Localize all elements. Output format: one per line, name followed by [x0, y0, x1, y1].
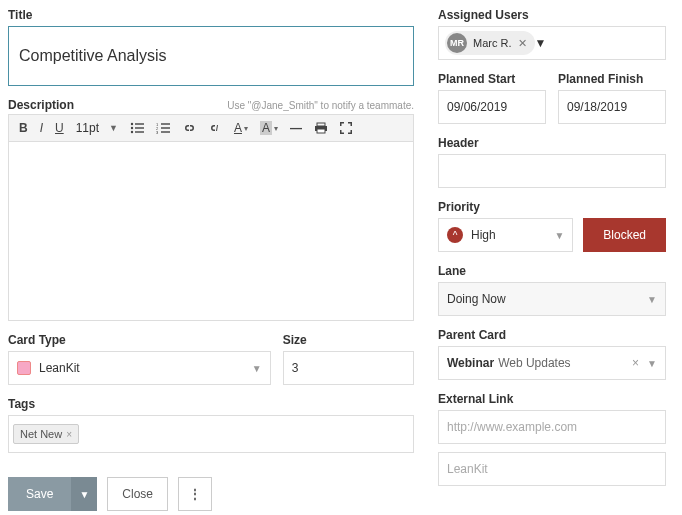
save-dropdown-button[interactable]: ▼ [71, 477, 97, 511]
planned-finish-input[interactable] [558, 90, 666, 124]
description-label: Description [8, 98, 74, 112]
svg-rect-5 [135, 131, 144, 132]
ordered-list-button[interactable]: 123 [152, 120, 174, 136]
chevron-down-icon: ▼ [535, 36, 547, 50]
tag-remove-icon[interactable]: × [66, 429, 72, 440]
lane-value: Doing Now [447, 292, 506, 306]
hr-button[interactable]: — [286, 119, 306, 137]
tag-text: Net New [20, 428, 62, 440]
text-color-button[interactable]: A▾ [230, 119, 252, 137]
priority-value: High [471, 228, 496, 242]
bold-button[interactable]: B [15, 119, 32, 137]
italic-button[interactable]: I [36, 119, 47, 137]
tag-chip[interactable]: Net New × [13, 424, 79, 444]
priority-select[interactable]: ^ High ▼ [438, 218, 573, 252]
underline-button[interactable]: U [51, 119, 68, 137]
assigned-users-select[interactable]: MR Marc R. ✕ ▼ [438, 26, 666, 60]
parent-card-clear-icon[interactable]: × [632, 356, 639, 370]
unlink-button[interactable] [204, 120, 226, 136]
external-link-url-input[interactable] [438, 410, 666, 444]
parent-card-label: Parent Card [438, 328, 666, 342]
svg-rect-14 [317, 129, 325, 133]
chevron-down-icon: ▼ [252, 363, 262, 374]
close-button[interactable]: Close [107, 477, 168, 511]
description-editor[interactable] [8, 141, 414, 321]
header-label: Header [438, 136, 666, 150]
avatar: MR [447, 33, 467, 53]
card-type-select[interactable]: LeanKit ▼ [8, 351, 271, 385]
chevron-down-icon: ▼ [647, 358, 657, 369]
svg-rect-9 [161, 127, 170, 128]
save-button-group: Save ▼ [8, 477, 97, 511]
link-button[interactable] [178, 120, 200, 136]
svg-point-4 [131, 131, 133, 133]
unordered-list-button[interactable] [126, 120, 148, 136]
svg-point-2 [131, 127, 133, 129]
assigned-users-label: Assigned Users [438, 8, 666, 22]
size-input[interactable] [283, 351, 414, 385]
header-input[interactable] [438, 154, 666, 188]
planned-start-input[interactable] [438, 90, 546, 124]
more-actions-button[interactable]: ⋮ [178, 477, 212, 511]
lane-label: Lane [438, 264, 666, 278]
title-label: Title [8, 8, 414, 22]
svg-rect-7 [161, 123, 170, 124]
svg-rect-1 [135, 123, 144, 124]
highlight-button[interactable]: A▾ [256, 119, 282, 137]
external-link-text-input[interactable] [438, 452, 666, 486]
parent-card-select[interactable]: WebinarWeb Updates × ▼ [438, 346, 666, 380]
description-hint: Use "@Jane_Smith" to notify a teammate. [227, 100, 414, 111]
svg-rect-11 [161, 131, 170, 132]
card-type-value: LeanKit [39, 361, 80, 375]
font-size-value: 11pt [76, 121, 99, 135]
tags-input[interactable]: Net New × [8, 415, 414, 453]
fullscreen-button[interactable] [336, 120, 356, 136]
external-link-label: External Link [438, 392, 666, 406]
card-type-swatch [17, 361, 31, 375]
font-size-select[interactable]: 11pt ▼ [72, 119, 122, 137]
parent-card-value: WebinarWeb Updates [447, 356, 571, 370]
parent-card-rest: Web Updates [498, 356, 571, 370]
planned-finish-label: Planned Finish [558, 72, 666, 86]
priority-high-icon: ^ [447, 227, 463, 243]
user-chip[interactable]: MR Marc R. ✕ [445, 31, 535, 55]
svg-rect-3 [135, 127, 144, 128]
title-input[interactable] [8, 26, 414, 86]
print-button[interactable] [310, 120, 332, 136]
svg-text:3: 3 [156, 130, 159, 134]
parent-card-bold: Webinar [447, 356, 494, 370]
chevron-down-icon: ▼ [109, 123, 118, 133]
user-name: Marc R. [473, 37, 512, 49]
priority-label: Priority [438, 200, 666, 214]
chevron-down-icon: ▼ [554, 230, 564, 241]
chevron-down-icon: ▼ [647, 294, 657, 305]
card-type-label: Card Type [8, 333, 271, 347]
lane-select[interactable]: Doing Now ▼ [438, 282, 666, 316]
save-button[interactable]: Save [8, 477, 71, 511]
blocked-button[interactable]: Blocked [583, 218, 666, 252]
tags-label: Tags [8, 397, 414, 411]
svg-point-0 [131, 123, 133, 125]
planned-start-label: Planned Start [438, 72, 546, 86]
size-label: Size [283, 333, 414, 347]
editor-toolbar: B I U 11pt ▼ 123 A▾ [8, 114, 414, 141]
user-remove-icon[interactable]: ✕ [518, 37, 527, 50]
svg-rect-12 [317, 123, 325, 126]
